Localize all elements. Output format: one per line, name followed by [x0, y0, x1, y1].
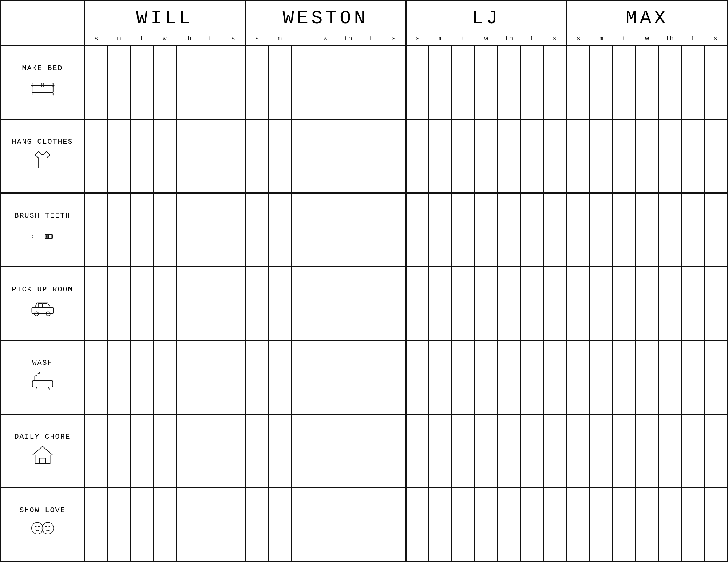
day-cell-s[interactable]: [407, 46, 430, 119]
day-cell-th[interactable]: [659, 194, 682, 266]
day-cell-s[interactable]: [85, 267, 108, 340]
day-cell-w[interactable]: [154, 120, 177, 193]
day-cell-t[interactable]: [613, 120, 636, 193]
day-cell-t[interactable]: [131, 415, 154, 487]
day-cell-t[interactable]: [131, 120, 154, 193]
day-cell-f[interactable]: [521, 415, 544, 487]
day-cell-w[interactable]: [154, 267, 177, 340]
day-cell-w[interactable]: [154, 194, 177, 266]
day-cell-f[interactable]: [521, 194, 544, 266]
day-cell-th[interactable]: [498, 341, 521, 414]
day-cell-s[interactable]: [705, 488, 727, 561]
day-cell-f[interactable]: [521, 267, 544, 340]
day-cell-th[interactable]: [498, 46, 521, 119]
day-cell-t[interactable]: [131, 194, 154, 266]
day-cell-s[interactable]: [544, 267, 566, 340]
day-cell-f[interactable]: [682, 341, 705, 414]
day-cell-s[interactable]: [222, 415, 245, 487]
day-cell-m[interactable]: [429, 46, 452, 119]
day-cell-s[interactable]: [705, 46, 727, 119]
day-cell-f[interactable]: [360, 194, 383, 266]
day-cell-s[interactable]: [567, 120, 590, 193]
day-cell-s[interactable]: [222, 46, 245, 119]
day-cell-s[interactable]: [544, 341, 566, 414]
day-cell-m[interactable]: [429, 415, 452, 487]
day-cell-t[interactable]: [452, 341, 475, 414]
day-cell-s[interactable]: [567, 488, 590, 561]
day-cell-s[interactable]: [705, 267, 727, 340]
day-cell-th[interactable]: [659, 341, 682, 414]
day-cell-th[interactable]: [177, 267, 199, 340]
day-cell-w[interactable]: [636, 341, 659, 414]
day-cell-t[interactable]: [131, 488, 154, 561]
day-cell-s[interactable]: [705, 194, 727, 266]
day-cell-w[interactable]: [314, 341, 337, 414]
day-cell-w[interactable]: [636, 46, 659, 119]
day-cell-m[interactable]: [108, 415, 131, 487]
day-cell-th[interactable]: [177, 415, 199, 487]
day-cell-th[interactable]: [177, 120, 199, 193]
day-cell-s[interactable]: [246, 488, 269, 561]
day-cell-t[interactable]: [452, 120, 475, 193]
day-cell-f[interactable]: [360, 488, 383, 561]
day-cell-f[interactable]: [360, 46, 383, 119]
day-cell-th[interactable]: [659, 120, 682, 193]
day-cell-th[interactable]: [337, 488, 360, 561]
day-cell-w[interactable]: [154, 341, 177, 414]
day-cell-s[interactable]: [407, 415, 430, 487]
day-cell-th[interactable]: [177, 46, 199, 119]
day-cell-f[interactable]: [521, 341, 544, 414]
day-cell-s[interactable]: [383, 341, 405, 414]
day-cell-w[interactable]: [314, 46, 337, 119]
day-cell-th[interactable]: [659, 415, 682, 487]
day-cell-f[interactable]: [199, 488, 222, 561]
day-cell-s[interactable]: [222, 488, 245, 561]
day-cell-f[interactable]: [682, 488, 705, 561]
day-cell-th[interactable]: [337, 267, 360, 340]
day-cell-m[interactable]: [429, 341, 452, 414]
day-cell-t[interactable]: [613, 267, 636, 340]
day-cell-t[interactable]: [613, 415, 636, 487]
day-cell-s[interactable]: [407, 488, 430, 561]
day-cell-f[interactable]: [521, 46, 544, 119]
day-cell-th[interactable]: [659, 46, 682, 119]
day-cell-m[interactable]: [590, 194, 613, 266]
day-cell-s[interactable]: [544, 120, 566, 193]
day-cell-w[interactable]: [475, 46, 498, 119]
day-cell-th[interactable]: [498, 267, 521, 340]
day-cell-f[interactable]: [682, 46, 705, 119]
day-cell-f[interactable]: [199, 46, 222, 119]
day-cell-s[interactable]: [567, 341, 590, 414]
day-cell-th[interactable]: [659, 267, 682, 340]
day-cell-m[interactable]: [590, 341, 613, 414]
day-cell-s[interactable]: [705, 415, 727, 487]
day-cell-f[interactable]: [682, 267, 705, 340]
day-cell-w[interactable]: [475, 341, 498, 414]
day-cell-m[interactable]: [108, 120, 131, 193]
day-cell-s[interactable]: [383, 46, 405, 119]
day-cell-w[interactable]: [475, 488, 498, 561]
day-cell-f[interactable]: [199, 341, 222, 414]
day-cell-s[interactable]: [407, 341, 430, 414]
day-cell-s[interactable]: [222, 267, 245, 340]
day-cell-f[interactable]: [682, 194, 705, 266]
day-cell-s[interactable]: [85, 415, 108, 487]
day-cell-s[interactable]: [544, 415, 566, 487]
day-cell-f[interactable]: [682, 120, 705, 193]
day-cell-s[interactable]: [222, 120, 245, 193]
day-cell-f[interactable]: [199, 415, 222, 487]
day-cell-w[interactable]: [475, 267, 498, 340]
day-cell-s[interactable]: [222, 194, 245, 266]
day-cell-th[interactable]: [498, 120, 521, 193]
day-cell-m[interactable]: [429, 488, 452, 561]
day-cell-s[interactable]: [544, 46, 566, 119]
day-cell-m[interactable]: [429, 120, 452, 193]
day-cell-s[interactable]: [544, 488, 566, 561]
day-cell-f[interactable]: [682, 415, 705, 487]
day-cell-w[interactable]: [475, 415, 498, 487]
day-cell-th[interactable]: [177, 341, 199, 414]
day-cell-s[interactable]: [407, 120, 430, 193]
day-cell-m[interactable]: [269, 488, 292, 561]
day-cell-s[interactable]: [246, 267, 269, 340]
day-cell-m[interactable]: [269, 267, 292, 340]
